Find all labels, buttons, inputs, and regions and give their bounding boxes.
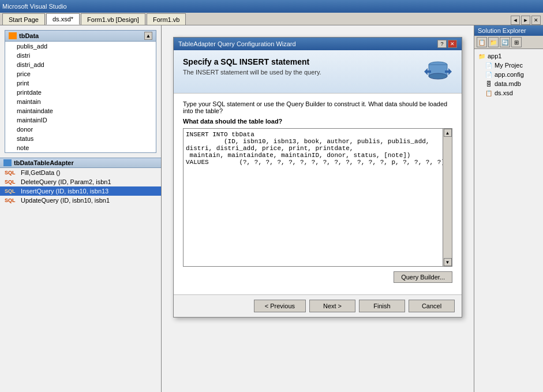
sol-icon-app1: 📁 — [478, 52, 486, 60]
title-label: Microsoft Visual Studio — [2, 3, 67, 10]
query-label-2: InsertQuery (ID, isbn10, isbn13 — [21, 188, 108, 195]
finish-button[interactable]: Finish — [359, 300, 405, 312]
tab-bar-controls: ◄ ► ✕ — [511, 16, 541, 25]
dataset-header-title: tbData — [9, 32, 39, 39]
tab-close-all[interactable]: ✕ — [531, 16, 541, 25]
sol-icon-appconfig: 📄 — [485, 70, 493, 79]
svg-point-2 — [429, 73, 447, 79]
tab-start-page[interactable]: Start Page — [2, 13, 45, 25]
sol-icon-datamdb: 🗄 — [485, 80, 493, 88]
title-bar: Microsoft Visual Studio — [0, 0, 543, 13]
field-print: print — [5, 79, 156, 88]
main-area: tbData ▲ publis_add distri distri_add pr… — [0, 25, 543, 392]
sol-item-datamdb[interactable]: 🗄 data.mdb — [477, 79, 541, 88]
adapter-icon — [3, 159, 12, 166]
sql-textarea-container: INSERT INTO tbData (ID, isbn10, isbn13, … — [183, 128, 452, 267]
query-label-1: DeleteQuery (ID, Param2, isbn1 — [21, 178, 111, 185]
solution-tree: 📁 app1 📄 My Projec 📄 app.config 🗄 data.m… — [474, 49, 543, 100]
solution-title: Solution Explorer — [478, 27, 526, 34]
wizard-instruction: Type your SQL statement or use the Query… — [183, 100, 452, 114]
field-distri: distri — [5, 51, 156, 60]
query-fill-getdata[interactable]: SQL Fill,GetData () — [0, 168, 161, 177]
solution-explorer: Solution Explorer 📋 📁 🔄 ⊞ 📁 app1 📄 My Pr… — [474, 25, 543, 392]
query-icon-2: SQL — [5, 188, 18, 194]
dataset-panel: tbData ▲ publis_add distri distri_add pr… — [5, 30, 156, 153]
wizard-dialog: TableAdapter Query Configuration Wizard … — [173, 37, 462, 318]
query-icon-3: SQL — [5, 197, 18, 203]
sol-item-dsxsd[interactable]: 📋 ds.xsd — [477, 88, 541, 98]
left-panel: tbData ▲ publis_add distri distri_add pr… — [0, 25, 162, 392]
query-builder-row: Query Builder... — [183, 271, 452, 283]
query-label-0: Fill,GetData () — [21, 169, 60, 176]
query-insert[interactable]: SQL InsertQuery (ID, isbn10, isbn13 — [0, 186, 161, 196]
sol-btn-4[interactable]: ⊞ — [511, 37, 522, 47]
adapter-header: tbDataTableAdapter — [0, 158, 161, 168]
query-update[interactable]: SQL UpdateQuery (ID, isbn10, isbn1 — [0, 196, 161, 205]
tab-scroll-left[interactable]: ◄ — [511, 16, 520, 25]
tab-scroll-right[interactable]: ► — [521, 16, 530, 25]
sol-item-app1[interactable]: 📁 app1 — [477, 51, 541, 61]
wizard-banner: Specify a SQL INSERT statement The INSER… — [174, 50, 462, 94]
wizard-title: TableAdapter Query Configuration Wizard — [178, 40, 296, 47]
dataset-collapse-btn[interactable]: ▲ — [144, 32, 152, 40]
scrollbar-up[interactable]: ▲ — [444, 129, 452, 137]
adapter-title: tbDataTableAdapter — [14, 159, 74, 166]
wizard-titlebar: TableAdapter Query Configuration Wizard … — [174, 38, 462, 50]
query-delete[interactable]: SQL DeleteQuery (ID, Param2, isbn1 — [0, 177, 161, 186]
dataset-fields-list: publis_add distri distri_add price print… — [5, 42, 156, 152]
prev-button[interactable]: < Previous — [254, 300, 306, 312]
sol-btn-3[interactable]: 🔄 — [500, 37, 510, 47]
cancel-button[interactable]: Cancel — [409, 300, 455, 312]
wizard-close-btn[interactable]: ✕ — [448, 40, 457, 48]
wizard-overlay: TableAdapter Query Configuration Wizard … — [162, 25, 474, 392]
dataset-header: tbData ▲ — [5, 31, 156, 42]
solution-toolbar: 📋 📁 🔄 ⊞ — [474, 36, 543, 49]
wizard-banner-title: Specify a SQL INSERT statement — [183, 57, 321, 66]
query-icon-0: SQL — [5, 170, 18, 176]
query-label-3: UpdateQuery (ID, isbn10, isbn1 — [21, 197, 110, 204]
dataset-title: tbData — [19, 32, 39, 39]
tab-bar: Start Page ds.xsd* Form1.vb [Design] For… — [0, 13, 543, 25]
sol-label-dsxsd: ds.xsd — [495, 89, 513, 96]
sol-icon-dsxsd: 📋 — [485, 89, 493, 97]
wizard-bold-label: What data should the table load? — [183, 118, 452, 125]
field-status: status — [5, 134, 156, 143]
dataset-icon — [9, 32, 17, 39]
field-donor: donor — [5, 125, 156, 134]
scrollbar-down[interactable]: ▼ — [444, 258, 452, 266]
query-icon-1: SQL — [5, 179, 18, 185]
field-printdate: printdate — [5, 88, 156, 97]
sol-label-app1: app1 — [488, 53, 501, 59]
field-price: price — [5, 69, 156, 79]
adapter-queries-list: SQL Fill,GetData () SQL DeleteQuery (ID,… — [0, 168, 161, 205]
wizard-banner-text: Specify a SQL INSERT statement The INSER… — [183, 57, 321, 76]
wizard-banner-icon — [424, 57, 452, 86]
sol-label-appconfig: app.config — [495, 71, 524, 78]
sol-btn-1[interactable]: 📋 — [477, 37, 487, 47]
ide-window: Microsoft Visual Studio Start Page ds.xs… — [0, 0, 543, 392]
sol-item-myproject[interactable]: 📄 My Projec — [477, 61, 541, 70]
sql-textarea[interactable]: INSERT INTO tbData (ID, isbn10, isbn13, … — [184, 129, 452, 256]
sol-label-myproject: My Projec — [495, 62, 523, 69]
next-button[interactable]: Next > — [309, 300, 355, 312]
field-note: note — [5, 143, 156, 152]
sol-item-appconfig[interactable]: 📄 app.config — [477, 70, 541, 79]
solution-explorer-header: Solution Explorer — [474, 25, 543, 36]
sol-label-datamdb: data.mdb — [495, 80, 521, 87]
wizard-body: Type your SQL statement or use the Query… — [174, 94, 462, 294]
sol-icon-myproject: 📄 — [485, 61, 493, 69]
wizard-banner-subtitle: The INSERT statement will be used by the… — [183, 69, 321, 76]
tab-form1-design[interactable]: Form1.vb [Design] — [81, 13, 145, 25]
wizard-footer: < Previous Next > Finish Cancel — [174, 294, 462, 317]
field-maintainid: maintainID — [5, 115, 156, 125]
query-builder-btn[interactable]: Query Builder... — [394, 271, 452, 283]
tab-ds-xsd[interactable]: ds.xsd* — [46, 13, 80, 25]
field-maintaindate: maintaindate — [5, 106, 156, 115]
wizard-titlebar-buttons: ? ✕ — [437, 40, 457, 48]
wizard-help-btn[interactable]: ? — [437, 40, 447, 48]
sol-btn-2[interactable]: 📁 — [488, 37, 499, 47]
tab-form1-vb[interactable]: Form1.vb — [147, 13, 186, 25]
field-maintain: maintain — [5, 97, 156, 106]
field-distri-add: distri_add — [5, 60, 156, 69]
sql-scrollbar: ▲ ▼ — [443, 129, 452, 266]
